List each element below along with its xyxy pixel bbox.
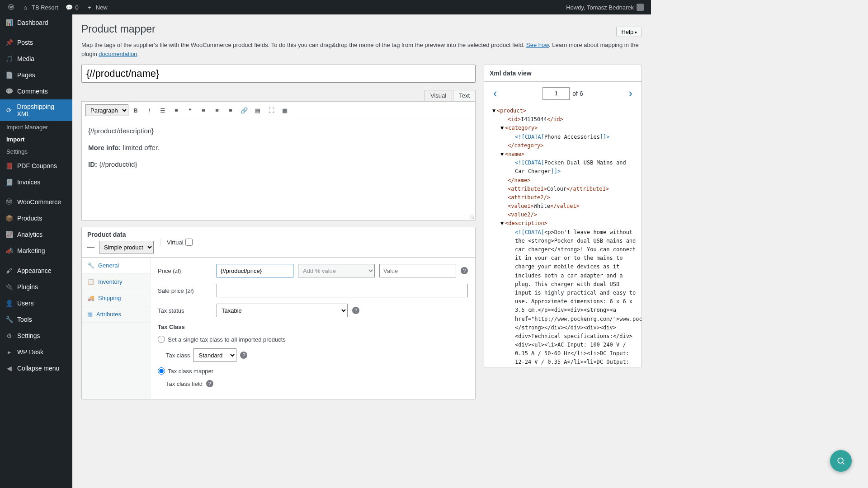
admin-sidebar: 📊Dashboard 📌Posts 🎵Media 📄Pages 💬Comment… [0, 14, 72, 488]
sidebar-item-products[interactable]: 📦Products [0, 210, 72, 226]
sidebar-item-dashboard[interactable]: 📊Dashboard [0, 14, 72, 31]
sidebar-item-collapse[interactable]: ◀Collapse menu [0, 360, 72, 376]
marketing-icon: 📣 [5, 246, 14, 255]
wp-logo[interactable]: ⓦ [4, 0, 18, 14]
sidebar-item-appearance[interactable]: 🖌Appearance [0, 263, 72, 279]
align-center-button[interactable]: ≡ [211, 104, 223, 116]
help-icon[interactable]: ? [206, 380, 213, 387]
sidebar-item-pdf-coupons[interactable]: 📕PDF Coupons [0, 158, 72, 174]
home-icon: ⌂ [22, 4, 29, 11]
sidebar-item-woocommerce[interactable]: ⓦWooCommerce [0, 194, 72, 210]
comment-icon: 💬 [66, 4, 73, 11]
sidebar-item-pages[interactable]: 📄Pages [0, 67, 72, 83]
pin-icon: 📌 [5, 38, 14, 47]
pd-tab-shipping[interactable]: 🚚Shipping [82, 290, 150, 306]
sidebar-item-settings[interactable]: ⚙Settings [0, 328, 72, 344]
wrench-icon: 🔧 [87, 262, 94, 269]
help-tab[interactable]: Help [616, 27, 642, 37]
intro-text: Map the tags of the supplier's file with… [81, 41, 642, 58]
products-icon: 📦 [5, 214, 14, 223]
virtual-toggle[interactable]: Virtual [160, 239, 193, 246]
pd-tab-inventory[interactable]: 📋Inventory [82, 274, 150, 290]
help-icon[interactable]: ? [461, 267, 468, 274]
bold-button[interactable]: B [129, 104, 142, 116]
align-left-button[interactable]: ≡ [197, 104, 210, 116]
pager-next[interactable]: › [626, 86, 635, 100]
documentation-link[interactable]: documentation [99, 51, 137, 57]
pdf-icon: 📕 [5, 161, 14, 170]
sale-price-input[interactable] [217, 284, 468, 297]
admin-bar: ⓦ ⌂TB Resort 💬0 +New Howdy, Tomasz Bedna… [0, 0, 651, 14]
editor-tab-visual[interactable]: Visual [425, 90, 452, 101]
editor-toolbar: Paragraph B I ☰ ≡ ❝ ≡ ≡ ≡ 🔗 ▤ ⛶ ▦ [81, 101, 476, 119]
percent-select[interactable]: Add % value [298, 264, 375, 277]
tax-status-select[interactable]: Taxable [217, 304, 348, 317]
link-button[interactable]: 🔗 [238, 104, 250, 116]
sidebar-item-plugins[interactable]: 🔌Plugins [0, 279, 72, 295]
dashboard-icon: 📊 [5, 18, 14, 27]
sidebar-item-media[interactable]: 🎵Media [0, 51, 72, 67]
tax-class-select[interactable]: Standard [193, 348, 236, 362]
pd-tab-general[interactable]: 🔧General [82, 258, 150, 274]
tax-class-label: Tax class [166, 352, 190, 359]
product-data-title: Product data [87, 231, 154, 238]
user-menu[interactable]: Howdy, Tomasz Bednarek [562, 0, 647, 14]
sidebar-item-tools[interactable]: 🔧Tools [0, 311, 72, 328]
italic-button[interactable]: I [143, 104, 156, 116]
sidebar-item-analytics[interactable]: 📈Analytics [0, 226, 72, 243]
sidebar-item-users[interactable]: 👤Users [0, 295, 72, 311]
sidebar-sub-import-manager[interactable]: Import Manager [0, 121, 72, 133]
quote-button[interactable]: ❝ [184, 104, 196, 116]
wrench-icon: 🔧 [5, 315, 14, 324]
sidebar-item-wpdesk[interactable]: ▸WP Desk [0, 344, 72, 360]
editor-resize-handle[interactable] [81, 214, 476, 221]
ol-button[interactable]: ≡ [170, 104, 183, 116]
sidebar-item-dropshipping[interactable]: ⟳Dropshipping XML [0, 99, 72, 121]
format-select[interactable]: Paragraph [85, 104, 128, 116]
plus-icon: + [86, 4, 93, 11]
attributes-icon: ▦ [87, 311, 93, 318]
tax-mapper-radio[interactable]: Tax class mapper [158, 367, 468, 375]
help-fab[interactable] [830, 450, 852, 472]
help-icon[interactable]: ? [352, 307, 359, 314]
toggle-button[interactable]: ▦ [278, 104, 291, 116]
sidebar-item-posts[interactable]: 📌Posts [0, 34, 72, 51]
sidebar-sub-import[interactable]: Import [0, 133, 72, 145]
pager-total: of 6 [572, 90, 583, 97]
sidebar-sub-settings[interactable]: Settings [0, 145, 72, 158]
price-value-input[interactable] [379, 264, 456, 277]
more-button[interactable]: ▤ [251, 104, 264, 116]
new-link[interactable]: +New [82, 0, 111, 14]
tax-status-label: Tax status [158, 307, 212, 314]
help-icon[interactable]: ? [240, 352, 247, 359]
collapse-icon: ◀ [5, 364, 14, 373]
collapse-icon[interactable] [87, 247, 94, 248]
tax-class-section-label: Tax Class [158, 324, 468, 330]
tax-single-radio[interactable]: Set a single tax class to all imported p… [158, 336, 468, 343]
price-input[interactable] [217, 264, 293, 277]
product-type-select[interactable]: Simple product [99, 241, 154, 253]
pd-tab-attributes[interactable]: ▦Attributes [82, 306, 150, 323]
user-icon: 👤 [5, 299, 14, 308]
wordpress-icon: ⓦ [7, 4, 14, 11]
pager-input[interactable] [542, 87, 570, 100]
fullscreen-button[interactable]: ⛶ [265, 104, 278, 116]
site-link[interactable]: ⌂TB Resort [18, 0, 62, 14]
sidebar-item-invoices[interactable]: 🧾Invoices [0, 174, 72, 190]
xml-view-title: Xml data view [484, 65, 642, 82]
truck-icon: 🚚 [87, 295, 94, 301]
comments-link[interactable]: 💬0 [62, 0, 82, 14]
ul-button[interactable]: ☰ [156, 104, 169, 116]
product-title-input[interactable] [81, 65, 476, 83]
xml-tree[interactable]: ▼<product> <id>I4115044</id> ▼<category>… [484, 105, 642, 367]
editor-body[interactable]: {//product/description} More info: limit… [81, 119, 476, 214]
see-how-link[interactable]: See how [526, 42, 549, 48]
align-right-button[interactable]: ≡ [224, 104, 237, 116]
sidebar-item-comments[interactable]: 💬Comments [0, 83, 72, 99]
pager-prev[interactable]: ‹ [491, 86, 500, 100]
sidebar-item-marketing[interactable]: 📣Marketing [0, 243, 72, 259]
woo-icon: ⓦ [5, 197, 14, 206]
tax-class-field-label: Tax class field [166, 380, 203, 387]
page-title: Product mapper [81, 19, 156, 37]
editor-tab-text[interactable]: Text [453, 90, 476, 101]
